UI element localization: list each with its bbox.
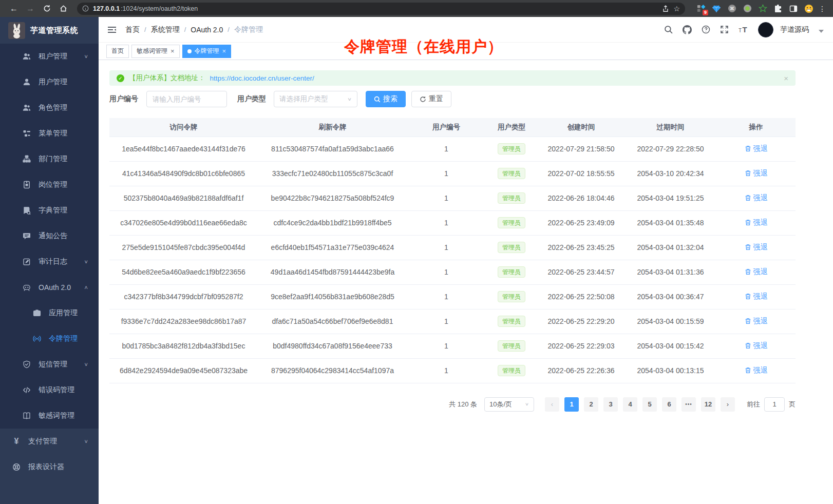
- page-button-4[interactable]: 4: [623, 397, 637, 412]
- browser-reload-icon[interactable]: [40, 2, 53, 15]
- refresh-token-cell: 49d1aa46d1454fbd87591444423be9fa: [258, 260, 407, 284]
- app-logo[interactable]: 芋道管理系统: [0, 17, 99, 44]
- access-token-cell: 41c41346a548490f9dc8b01c6bfe0865: [109, 161, 258, 186]
- force-logout-button[interactable]: 强退: [745, 193, 768, 203]
- sidebar-item-OAuth 2.0[interactable]: OAuth 2.0∧: [0, 275, 99, 300]
- breadcrumb-item-首页[interactable]: 首页: [125, 25, 140, 34]
- page-button-2[interactable]: 2: [584, 397, 598, 412]
- page-button-3[interactable]: 3: [603, 397, 618, 412]
- browser-home-icon[interactable]: [56, 2, 70, 15]
- tab-close-icon[interactable]: ×: [171, 48, 175, 54]
- user-type-select[interactable]: 请选择用户类型 ∨: [274, 91, 357, 107]
- badge-icon: [22, 180, 31, 189]
- sidebar-item-通知公告[interactable]: 通知公告: [0, 223, 99, 249]
- sidebar-item-角色管理[interactable]: 角色管理: [0, 95, 99, 121]
- sidebar-item-短信管理[interactable]: 短信管理∨: [0, 352, 99, 377]
- sidebar-item-菜单管理[interactable]: 菜单管理: [0, 121, 99, 146]
- force-logout-button[interactable]: 强退: [745, 292, 768, 301]
- breadcrumb-item-OAuth 2.0[interactable]: OAuth 2.0: [191, 26, 223, 34]
- bookmark-star-icon[interactable]: ☆: [673, 5, 680, 13]
- browser-menu-icon[interactable]: ⋮: [817, 5, 828, 13]
- user-id-cell: 1: [407, 137, 485, 161]
- sidebar-item-应用管理[interactable]: 应用管理: [0, 300, 99, 326]
- access-token-cell: 6d842e2924594de9a09e45e087323abe: [109, 358, 258, 383]
- share-icon[interactable]: [662, 5, 669, 12]
- sidebar-item-label: 菜单管理: [39, 129, 67, 138]
- page-button-1[interactable]: 1: [564, 397, 579, 412]
- browser-back-icon[interactable]: ←: [7, 2, 21, 15]
- sidebar-item-错误码管理[interactable]: 错误码管理: [0, 377, 99, 403]
- column-header-访问令牌: 访问令牌: [109, 118, 258, 137]
- browser-forward-icon[interactable]: →: [24, 2, 37, 15]
- user-icon: [22, 77, 31, 87]
- alert-close-icon[interactable]: ×: [784, 74, 788, 83]
- help-icon[interactable]: [702, 25, 710, 34]
- sidebar-item-字典管理[interactable]: 字典管理: [0, 198, 99, 223]
- search-button[interactable]: 搜索: [366, 91, 406, 107]
- green-star-icon[interactable]: [758, 4, 767, 13]
- next-page-button[interactable]: ›: [721, 397, 735, 412]
- alert-doc-link[interactable]: https://doc.iocoder.cn/user-center/: [210, 74, 314, 82]
- page-button-12[interactable]: 12: [701, 397, 715, 412]
- emoji-face-icon[interactable]: [804, 4, 813, 13]
- sidebar-item-部门管理[interactable]: 部门管理: [0, 146, 99, 172]
- page-button-5[interactable]: 5: [642, 397, 657, 412]
- sidebar-item-label: 字典管理: [39, 206, 67, 215]
- sidebar-item-审计日志[interactable]: 审计日志∨: [0, 249, 99, 275]
- command-circle-icon[interactable]: ⌘: [727, 4, 736, 13]
- page-size-select[interactable]: 10条/页 ∨: [484, 397, 534, 412]
- sidebar-item-label: 审计日志: [39, 257, 67, 266]
- access-token-cell: 1ea5e44f8bc1467aaede43144f31de76: [109, 137, 258, 161]
- tag-view-敏感词管理[interactable]: 敏感词管理×: [131, 45, 180, 58]
- force-logout-button[interactable]: 强退: [745, 341, 768, 351]
- user-id-input[interactable]: [146, 91, 227, 107]
- grid-diamond-icon[interactable]: 9: [696, 4, 706, 13]
- goto-page-input[interactable]: [764, 397, 785, 412]
- force-logout-button[interactable]: 强退: [745, 169, 768, 178]
- force-logout-button[interactable]: 强退: [745, 267, 768, 277]
- sidebar-item-报表设计器[interactable]: 报表设计器: [0, 454, 99, 480]
- breadcrumb-item-系统管理[interactable]: 系统管理: [151, 25, 180, 34]
- prev-page-button[interactable]: ‹: [545, 397, 559, 412]
- force-logout-button[interactable]: 强退: [745, 144, 768, 153]
- force-logout-button[interactable]: 强退: [745, 317, 768, 326]
- refresh-token-cell: 811c530487574fa0af1a59d3abc1aa66: [258, 137, 407, 161]
- sidebar-item-敏感词管理[interactable]: 敏感词管理: [0, 403, 99, 429]
- access-token-cell: 275e5de9151045fe87cbdc395e004f4d: [109, 235, 258, 260]
- sidebar-item-岗位管理[interactable]: 岗位管理: [0, 172, 99, 198]
- side-panel-icon[interactable]: [789, 4, 798, 13]
- expire-time-cell: 2054-03-10 20:42:34: [624, 161, 716, 186]
- expire-time-cell: 2054-03-04 01:35:48: [624, 210, 716, 235]
- reset-button[interactable]: 重置: [411, 91, 451, 107]
- tab-close-icon[interactable]: ×: [222, 48, 226, 54]
- header-search-icon[interactable]: [664, 25, 673, 34]
- force-logout-button[interactable]: 强退: [745, 366, 768, 375]
- puzzle-icon[interactable]: [773, 4, 783, 13]
- gem-icon[interactable]: [712, 4, 721, 13]
- sidebar-collapse-icon[interactable]: [107, 25, 117, 35]
- force-logout-button[interactable]: 强退: [745, 218, 768, 227]
- sidebar-item-label: OAuth 2.0: [39, 283, 71, 292]
- sidebar-root-group: ¥支付管理∨报表设计器: [0, 429, 99, 480]
- fullscreen-icon[interactable]: [720, 25, 729, 34]
- tag-view-首页[interactable]: 首页: [106, 45, 129, 58]
- force-logout-button[interactable]: 强退: [745, 243, 768, 252]
- page-button-6[interactable]: 6: [662, 397, 676, 412]
- github-icon[interactable]: [683, 25, 692, 34]
- sidebar-item-租户管理[interactable]: 租户管理∨: [0, 44, 99, 69]
- sidebar-item-支付管理[interactable]: ¥支付管理∨: [0, 429, 99, 454]
- font-size-icon[interactable]: TT: [739, 26, 748, 34]
- user-avatar[interactable]: [758, 22, 773, 37]
- pager-ellipsis[interactable]: •••: [681, 397, 696, 412]
- url-bar[interactable]: 127.0.0.1:1024/system/oauth2/token ☆: [77, 3, 685, 15]
- record-circle-icon[interactable]: [743, 4, 752, 13]
- sidebar-item-用户管理[interactable]: 用户管理: [0, 69, 99, 95]
- extension-tray: 9⌘: [692, 4, 813, 13]
- user-menu-caret-icon[interactable]: [819, 30, 824, 33]
- created-time-cell: 2022-06-25 22:29:20: [538, 309, 624, 334]
- refresh-token-cell: cdfc4ce9c2da4bb1bdf21b9918ff4be5: [258, 210, 407, 235]
- tag-view-令牌管理[interactable]: 令牌管理×: [182, 45, 232, 58]
- sidebar-item-令牌管理[interactable]: 令牌管理: [0, 326, 99, 352]
- sidebar-item-label: 岗位管理: [39, 180, 67, 189]
- user-name[interactable]: 芋道源码: [780, 25, 809, 34]
